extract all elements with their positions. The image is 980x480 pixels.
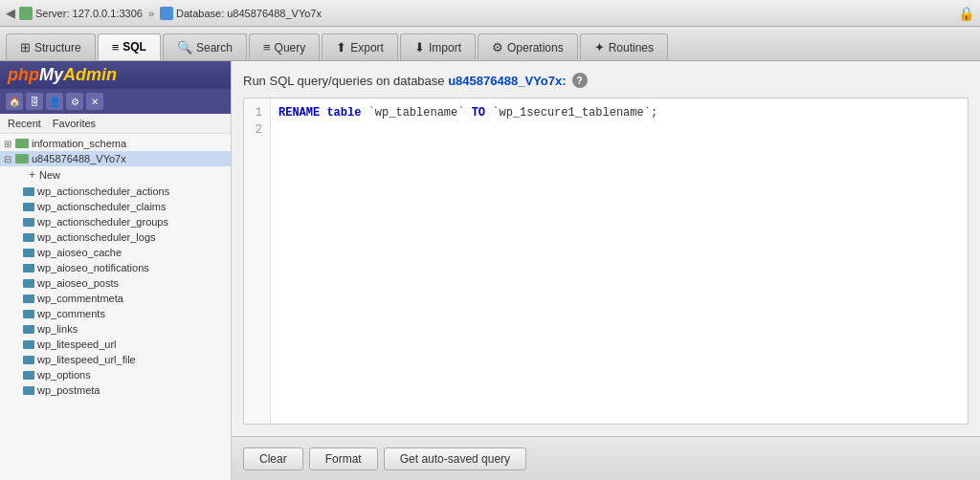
table-icon <box>23 310 34 318</box>
tab-query[interactable]: ≡ Query <box>249 33 320 60</box>
table-icon <box>23 249 34 257</box>
sidebar-item-new[interactable]: + New <box>0 166 231 184</box>
bottom-bar: Clear Format Get auto-saved query <box>232 436 980 480</box>
table-item-postmeta[interactable]: wp_postmeta <box>0 382 231 398</box>
table-item-comments[interactable]: wp_comments <box>0 306 231 321</box>
table-icon <box>23 325 34 334</box>
database-label: Database: u845876488_VYo7x <box>176 8 322 19</box>
table-name: wp_actionscheduler_claims <box>37 201 167 212</box>
routines-icon: ✦ <box>594 40 605 55</box>
table-icon <box>23 371 34 380</box>
line-numbers: 1 2 <box>244 98 271 424</box>
table-name: wp_links <box>37 323 78 335</box>
server-icon <box>19 7 33 20</box>
table-item-aioseo-notifications[interactable]: wp_aioseo_notifications <box>0 260 231 275</box>
table-name: wp_options <box>37 369 91 381</box>
server-breadcrumb[interactable]: Server: 127.0.0.1:3306 <box>19 7 143 20</box>
server-label: Server: 127.0.0.1:3306 <box>35 8 143 19</box>
table-icon <box>23 233 34 242</box>
settings-icon[interactable]: ⚙ <box>66 93 83 110</box>
operations-icon: ⚙ <box>492 40 503 55</box>
tab-operations[interactable]: ⚙ Operations <box>478 33 578 60</box>
format-button[interactable]: Format <box>309 447 378 470</box>
new-label: New <box>39 169 60 181</box>
clear-button[interactable]: Clear <box>243 447 303 470</box>
db-u845876488-label: u845876488_VYo7x <box>32 153 126 164</box>
table-item-actionscheduler-logs[interactable]: wp_actionscheduler_logs <box>0 229 231 245</box>
lock-icon: 🔒 <box>958 6 974 21</box>
sidebar-item-information-schema[interactable]: ⊞ information_schema <box>0 136 231 151</box>
tab-sql-label: SQL <box>122 40 146 54</box>
tab-query-label: Query <box>275 41 306 55</box>
import-icon: ⬇ <box>414 40 425 55</box>
tab-import[interactable]: ⬇ Import <box>400 33 476 60</box>
table-icon <box>23 295 34 303</box>
code-editor-content[interactable]: RENAME table `wp_tablename` TO `wp_1secu… <box>271 98 968 424</box>
table-name: wp_litespeed_url <box>37 338 117 350</box>
table-item-aioseo-cache[interactable]: wp_aioseo_cache <box>0 245 231 260</box>
table-item-actionscheduler-groups[interactable]: wp_actionscheduler_groups <box>0 214 231 229</box>
table-icon <box>23 340 34 349</box>
table-icon <box>23 218 34 227</box>
user-icon[interactable]: 👤 <box>46 93 63 110</box>
table-item-links[interactable]: wp_links <box>0 321 231 337</box>
exit-icon[interactable]: ✕ <box>86 93 103 110</box>
database-breadcrumb[interactable]: Database: u845876488_VYo7x <box>160 7 322 20</box>
table-item-actionscheduler-claims[interactable]: wp_actionscheduler_claims <box>0 199 231 214</box>
structure-icon: ⊞ <box>20 40 31 55</box>
home-icon[interactable]: 🏠 <box>6 93 23 110</box>
table-name: wp_commentmeta <box>37 293 123 304</box>
db-name-label: information_schema <box>32 138 126 149</box>
code-line-2 <box>278 121 960 139</box>
table-icon <box>23 386 34 395</box>
sql-panel: Run SQL query/queries on database u84587… <box>232 61 980 436</box>
table-item-aioseo-posts[interactable]: wp_aioseo_posts <box>0 275 231 291</box>
toggle-icon[interactable]: ⊞ <box>4 139 15 149</box>
tab-export[interactable]: ⬆ Export <box>322 33 398 60</box>
sidebar-item-db-u845876488[interactable]: ⊟ u845876488_VYo7x <box>0 151 231 166</box>
tabs-row: ⊞ Structure ≡ SQL 🔍 Search ≡ Query ⬆ Exp… <box>0 27 980 61</box>
recent-label[interactable]: Recent <box>8 118 41 129</box>
auto-saved-button[interactable]: Get auto-saved query <box>384 447 526 470</box>
table-icon <box>23 187 34 196</box>
table-name: wp_aioseo_notifications <box>37 262 149 273</box>
phpmyadmin-logo: phpMyAdmin <box>8 65 117 85</box>
breadcrumb: Server: 127.0.0.1:3306 » Database: u8458… <box>19 7 322 20</box>
export-icon: ⬆ <box>336 40 346 55</box>
table-item-litespeed-url[interactable]: wp_litespeed_url <box>0 337 231 352</box>
database-link[interactable]: u845876488_VYo7x: <box>448 74 566 88</box>
tab-routines[interactable]: ✦ Routines <box>580 33 668 60</box>
sql-editor[interactable]: 1 2 RENAME table `wp_tablename` TO `wp_1… <box>243 98 969 425</box>
table-name: wp_litespeed_url_file <box>37 354 136 365</box>
database-icon <box>160 7 173 20</box>
new-icon: + <box>29 168 35 182</box>
db-tree-icon <box>15 139 29 148</box>
tab-sql[interactable]: ≡ SQL <box>98 33 161 60</box>
query-icon: ≡ <box>263 40 271 55</box>
table-item-commentmeta[interactable]: wp_commentmeta <box>0 291 231 306</box>
table-item-options[interactable]: wp_options <box>0 367 231 382</box>
sidebar-tree[interactable]: ⊞ information_schema ⊟ u845876488_VYo7x … <box>0 134 231 480</box>
tab-search[interactable]: 🔍 Search <box>163 33 247 60</box>
sql-icon: ≡ <box>112 40 120 55</box>
top-bar: ◀ Server: 127.0.0.1:3306 » Database: u84… <box>0 0 980 27</box>
table-icon <box>23 356 34 364</box>
sql-header: Run SQL query/queries on database u84587… <box>243 73 969 88</box>
table-icon <box>23 279 34 288</box>
table-name: wp_actionscheduler_logs <box>37 231 156 243</box>
favorites-label[interactable]: Favorites <box>53 118 96 129</box>
main-layout: phpMyAdmin 🏠 🗄 👤 ⚙ ✕ Recent Favorites ⊞ … <box>0 61 980 480</box>
search-icon: 🔍 <box>177 40 192 55</box>
breadcrumb-sep: » <box>148 8 154 19</box>
tab-operations-label: Operations <box>507 41 564 55</box>
tab-search-label: Search <box>196 41 233 55</box>
db-icon[interactable]: 🗄 <box>26 93 43 110</box>
tab-structure[interactable]: ⊞ Structure <box>6 33 96 60</box>
back-arrow[interactable]: ◀ <box>6 6 15 20</box>
table-item-litespeed-url-file[interactable]: wp_litespeed_url_file <box>0 352 231 367</box>
toggle-icon-expanded[interactable]: ⊟ <box>4 154 15 164</box>
tab-structure-label: Structure <box>34 41 81 55</box>
help-icon[interactable]: ? <box>572 73 588 88</box>
table-name: wp_actionscheduler_actions <box>37 185 169 197</box>
table-item-actionscheduler-actions[interactable]: wp_actionscheduler_actions <box>0 184 231 199</box>
